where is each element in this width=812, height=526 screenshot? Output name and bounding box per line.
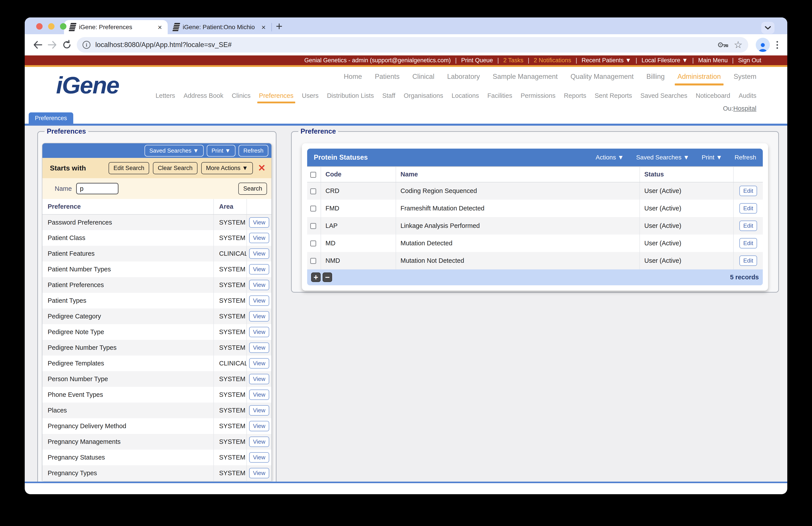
main-nav-item[interactable]: Quality Management — [570, 73, 634, 84]
toolbar-button[interactable]: Refresh — [238, 145, 268, 157]
row-checkbox[interactable] — [310, 205, 316, 212]
header-action-link[interactable]: Refresh — [735, 154, 756, 161]
account-bar-item[interactable]: Local Filestore ▼ — [631, 57, 688, 64]
main-nav-item[interactable]: Sample Management — [493, 73, 558, 84]
minimize-window-button[interactable] — [48, 23, 55, 30]
sub-nav-item[interactable]: Distribution Lists — [327, 92, 374, 102]
sub-nav-item[interactable]: Facilities — [488, 92, 512, 102]
preference-name: Person Number Type — [42, 371, 214, 387]
account-bar-item[interactable]: 2 Notifications — [523, 57, 571, 64]
header-action-link[interactable]: Actions ▼ — [596, 154, 624, 161]
close-window-button[interactable] — [36, 23, 43, 30]
new-tab-button[interactable]: + — [272, 20, 286, 32]
sub-nav-item[interactable]: Staff — [382, 92, 395, 102]
site-info-icon[interactable]: i — [83, 41, 90, 49]
view-button[interactable]: View — [249, 217, 270, 228]
main-nav-item[interactable]: Laboratory — [447, 73, 480, 84]
view-button[interactable]: View — [249, 468, 270, 478]
filter-button[interactable]: Edit Search — [108, 162, 149, 174]
account-bar-item[interactable]: Print Queue — [451, 57, 493, 64]
sub-nav-item[interactable]: Clinics — [232, 92, 250, 102]
sub-nav-item[interactable]: Preferences — [259, 92, 293, 102]
main-nav-item[interactable]: Administration — [677, 73, 721, 84]
row-checkbox[interactable] — [310, 258, 316, 264]
tab-search-chevron-button[interactable] — [761, 22, 774, 34]
name-input[interactable] — [76, 183, 118, 194]
account-bar-item[interactable]: Genial Genetics - admin (support@genialg… — [304, 57, 451, 64]
reload-button[interactable] — [60, 38, 74, 52]
account-bar-item[interactable]: Sign Out — [728, 57, 761, 64]
sub-nav-item[interactable]: Address Book — [184, 92, 223, 102]
view-button[interactable]: View — [249, 311, 270, 322]
account-bar-item[interactable]: Recent Patients ▼ — [571, 57, 631, 64]
row-checkbox[interactable] — [310, 223, 316, 229]
main-nav-item[interactable]: Home — [344, 73, 362, 84]
view-button[interactable]: View — [249, 264, 270, 274]
address-bar[interactable]: i localhost:8080/App/App.html?locale=sv_… — [77, 37, 748, 53]
row-checkbox[interactable] — [310, 188, 316, 194]
tab-igene-preferences[interactable]: iGene: Preferences × — [64, 20, 168, 34]
forward-button[interactable] — [45, 38, 60, 52]
main-nav-item[interactable]: Clinical — [412, 73, 434, 84]
zoom-window-button[interactable] — [60, 23, 67, 30]
browser-toolbar: i localhost:8080/App/App.html?locale=sv_… — [25, 34, 787, 55]
view-button[interactable]: View — [249, 233, 270, 243]
sub-nav-item[interactable]: Saved Searches — [640, 92, 687, 102]
browser-menu-button[interactable] — [773, 41, 782, 49]
edit-button[interactable]: Edit — [739, 238, 757, 248]
toolbar-button[interactable]: Saved Searches ▼ — [145, 145, 204, 157]
tab-close-icon[interactable]: × — [158, 24, 162, 31]
filter-button[interactable]: More Actions ▼ — [201, 162, 253, 174]
sub-nav-item[interactable]: Locations — [451, 92, 479, 102]
sub-nav-item[interactable]: Organisations — [404, 92, 443, 102]
sub-nav-item[interactable]: Reports — [564, 92, 586, 102]
select-all-checkbox[interactable] — [310, 172, 316, 178]
view-button[interactable]: View — [249, 296, 270, 306]
edit-button[interactable]: Edit — [739, 256, 757, 266]
view-button[interactable]: View — [249, 374, 270, 384]
view-button[interactable]: View — [249, 327, 270, 337]
profile-avatar[interactable] — [756, 38, 770, 52]
back-button[interactable] — [30, 38, 45, 52]
close-search-x-icon[interactable]: ✕ — [258, 164, 266, 173]
sub-nav-item[interactable]: Noticeboard — [696, 92, 730, 102]
row-checkbox[interactable] — [310, 241, 316, 246]
edit-button[interactable]: Edit — [739, 186, 757, 196]
account-bar-item[interactable]: Main Menu — [688, 57, 728, 64]
ou-hospital-link[interactable]: Hospital — [733, 105, 756, 112]
sub-nav-item[interactable]: Letters — [156, 92, 175, 102]
add-record-button[interactable]: + — [311, 272, 321, 282]
edit-button[interactable]: Edit — [739, 221, 757, 231]
main-nav-item[interactable]: Patients — [375, 73, 400, 84]
view-button[interactable]: View — [249, 342, 270, 353]
sub-nav-item[interactable]: Sent Reports — [595, 92, 632, 102]
sub-nav-item[interactable]: Users — [302, 92, 319, 102]
view-button[interactable]: View — [249, 358, 270, 369]
remove-record-button[interactable]: − — [323, 272, 332, 282]
content-tab-preferences[interactable]: Preferences — [29, 112, 73, 124]
view-button[interactable]: View — [249, 405, 270, 416]
tab-igene-patient[interactable]: iGene: Patient:Ono Michio × — [168, 20, 271, 34]
password-key-icon[interactable] — [717, 41, 729, 48]
main-nav-item[interactable]: System — [734, 73, 756, 84]
view-button[interactable]: View — [249, 280, 270, 290]
tab-close-icon[interactable]: × — [261, 24, 266, 31]
header-action-link[interactable]: Saved Searches ▼ — [636, 154, 689, 161]
account-bar-item[interactable]: 2 Tasks — [493, 57, 523, 64]
view-button[interactable]: View — [249, 248, 270, 259]
status-name: Coding Region Sequenced — [396, 182, 640, 200]
bookmark-star-icon[interactable]: ☆ — [734, 40, 742, 50]
view-button[interactable]: View — [249, 421, 270, 431]
main-nav-item[interactable]: Billing — [647, 73, 665, 84]
toolbar-button[interactable]: Print ▼ — [207, 145, 235, 157]
view-button[interactable]: View — [249, 452, 270, 463]
view-button[interactable]: View — [249, 389, 270, 400]
view-button[interactable]: View — [249, 437, 270, 447]
search-button[interactable]: Search — [238, 183, 267, 195]
filter-button[interactable]: Clear Search — [153, 162, 198, 174]
sub-nav-item[interactable]: Permissions — [521, 92, 555, 102]
sub-nav-item[interactable]: Audits — [739, 92, 756, 102]
url-text[interactable]: localhost:8080/App/App.html?locale=sv_SE… — [95, 41, 713, 49]
edit-button[interactable]: Edit — [739, 203, 757, 214]
header-action-link[interactable]: Print ▼ — [702, 154, 722, 161]
